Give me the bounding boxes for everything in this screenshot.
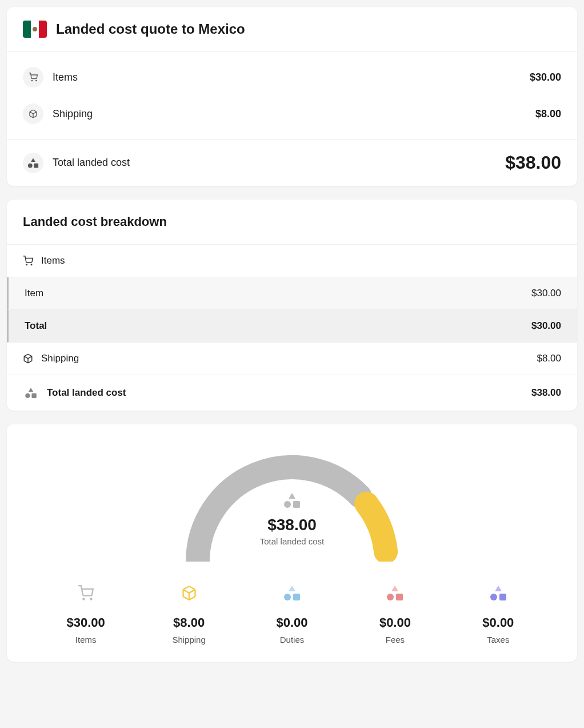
shapes-icon — [386, 584, 403, 602]
chart-item-label: Fees — [386, 635, 405, 645]
chart-item-value: $0.00 — [482, 615, 514, 630]
gauge-label: Total landed cost — [178, 536, 406, 546]
svg-point-6 — [83, 598, 85, 599]
chart-item-label: Items — [75, 635, 97, 645]
summary-lines: Items $30.00 Shipping $8.00 — [7, 52, 577, 140]
cart-icon — [23, 256, 33, 266]
breakdown-total-row: Total landed cost $38.00 — [7, 375, 577, 411]
breakdown-shipping-label: Shipping — [41, 353, 79, 364]
cart-icon — [77, 584, 94, 602]
chart-item-value: $30.00 — [67, 615, 105, 630]
svg-point-4 — [31, 264, 32, 265]
box-icon — [181, 584, 198, 602]
shapes-icon — [25, 388, 37, 398]
item-total-value: $30.00 — [531, 320, 561, 332]
breakdown-shipping-row: Shipping $8.00 — [7, 343, 577, 375]
total-landed-label: Total landed cost — [53, 157, 130, 169]
svg-point-3 — [26, 264, 27, 265]
gauge-value: $38.00 — [178, 516, 406, 534]
breakdown-card: Landed cost breakdown Items Item $30.00 … — [7, 200, 577, 411]
box-icon — [23, 353, 33, 364]
chart-legend-item: $0.00Fees — [343, 584, 446, 645]
items-label: Items — [53, 71, 78, 83]
chart-item-value: $8.00 — [173, 615, 205, 630]
breakdown-item-row: Item $30.00 — [7, 277, 577, 310]
summary-shipping-row: Shipping $8.00 — [7, 96, 577, 132]
shipping-value: $8.00 — [535, 108, 561, 120]
chart-item-value: $0.00 — [276, 615, 307, 630]
breakdown-shipping-value: $8.00 — [537, 353, 561, 364]
chart-legend-item: $0.00Duties — [241, 584, 343, 645]
chart-item-value: $0.00 — [379, 615, 411, 630]
quote-header: Landed cost quote to Mexico — [7, 7, 577, 52]
shapes-icon — [23, 153, 43, 173]
quote-title: Landed cost quote to Mexico — [56, 21, 245, 37]
summary-total-row: Total landed cost $38.00 — [7, 140, 577, 186]
breakdown-header: Landed cost breakdown — [7, 200, 577, 245]
item-value: $30.00 — [531, 288, 561, 299]
breakdown-items-label: Items — [41, 255, 65, 266]
shipping-label: Shipping — [53, 108, 93, 120]
svg-point-7 — [90, 598, 91, 599]
chart-item-label: Shipping — [172, 635, 205, 645]
chart-legend-item: $0.00Taxes — [447, 584, 550, 645]
breakdown-item-total-row: Total $30.00 — [7, 310, 577, 343]
breakdown-title: Landed cost breakdown — [23, 214, 561, 229]
shapes-icon — [490, 584, 507, 602]
quote-card: Landed cost quote to Mexico Items $30.00… — [7, 7, 577, 186]
box-icon — [23, 104, 43, 124]
cart-icon — [23, 67, 43, 87]
items-value: $30.00 — [530, 71, 561, 83]
svg-point-0 — [31, 80, 32, 81]
item-total-label: Total — [25, 320, 47, 332]
chart-item-label: Duties — [280, 635, 305, 645]
breakdown-total-label: Total landed cost — [47, 387, 126, 399]
chart-legend: $30.00Items$8.00Shipping$0.00Duties$0.00… — [23, 584, 561, 645]
shapes-icon — [283, 584, 301, 602]
total-landed-value: $38.00 — [505, 152, 561, 173]
chart-legend-item: $30.00Items — [34, 584, 137, 645]
shapes-icon — [178, 493, 406, 508]
item-label: Item — [25, 288, 43, 299]
chart-legend-item: $8.00Shipping — [137, 584, 240, 645]
breakdown-items-header: Items — [7, 245, 577, 277]
summary-items-row: Items $30.00 — [7, 59, 577, 96]
chart-card: $38.00 Total landed cost $30.00Items$8.0… — [7, 424, 577, 662]
svg-point-1 — [36, 80, 37, 81]
chart-item-label: Taxes — [487, 635, 509, 645]
breakdown-total-value: $38.00 — [531, 387, 561, 399]
gauge-chart: $38.00 Total landed cost — [178, 447, 406, 562]
mexico-flag-icon — [23, 21, 47, 38]
